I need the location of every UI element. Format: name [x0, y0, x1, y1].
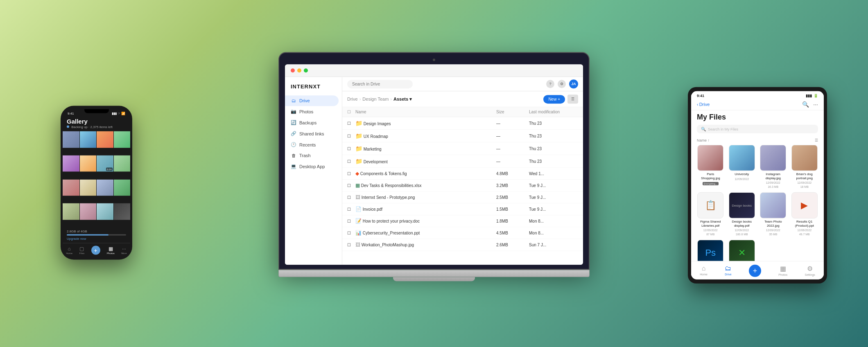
row-modified: Sun 7 J... [529, 243, 578, 247]
sidebar-item-recents[interactable]: 🕐 Recents [285, 139, 342, 150]
table-row[interactable]: ☐ 📝 How to protect your privacy.doc 1.8M… [342, 215, 583, 227]
tablet-content-area: Paris Shopping.jpg Encrypting... Univers… [691, 145, 824, 279]
photo-cell[interactable] [114, 131, 131, 148]
row-name: 📄 Invoice.pdf [355, 206, 496, 212]
file-thumbnail [791, 145, 818, 171]
table-row[interactable]: ☐ 📁 Design Images — Thu 23 [342, 117, 583, 130]
table-row[interactable]: ☐ 🖼 Internxt Send - Prototype.png 2.5MB … [342, 192, 583, 203]
table-row[interactable]: ☐ 📄 Invoice.pdf 1.5MB Tue 9 J... [342, 203, 583, 215]
row-name: 📁 Design Images [355, 120, 496, 126]
table-row[interactable]: ☐ 📁 Development — Thu 23 [342, 155, 583, 168]
tablet-file-header: Name ↑ ☰ [691, 137, 824, 145]
list-item[interactable]: ▶ Results Q1 (Product).ppt 12/06/2022 49… [791, 192, 818, 236]
phone-nav-home[interactable]: ⌂ Home [66, 246, 72, 255]
search-input[interactable] [347, 80, 413, 88]
photo-cell[interactable] [97, 203, 113, 220]
settings-icon[interactable]: ⚙ [558, 80, 566, 88]
search-icon[interactable]: 🔍 [802, 101, 809, 108]
close-button[interactable] [291, 68, 295, 72]
photo-cell[interactable] [114, 179, 131, 196]
photo-cell[interactable] [80, 203, 97, 220]
row-check: ☐ [347, 183, 355, 188]
photo-cell[interactable] [63, 155, 79, 172]
col-modified: Last modification [529, 110, 578, 114]
sidebar-item-backups[interactable]: 🔄 Backups [285, 117, 342, 128]
phone-nav-add[interactable]: + [91, 246, 100, 255]
photo-cell[interactable] [97, 179, 113, 196]
photo-cell[interactable] [114, 203, 131, 220]
list-item[interactable]: Paris Shopping.jpg Encrypting... [697, 145, 724, 188]
help-icon[interactable]: ? [546, 80, 554, 88]
row-size: 1.8MB [496, 219, 529, 223]
title-bar [285, 64, 583, 77]
table-row[interactable]: ☐ 🖼 Workation_PhotoMashup.jpg 2.6MB Sun … [342, 239, 583, 251]
breadcrumb-design-team[interactable]: Design Team [362, 97, 389, 101]
file-date: 12/09/2022 [735, 177, 749, 180]
view-toggle[interactable]: ☰ [815, 138, 818, 142]
battery-icon: 🔋 [814, 94, 818, 98]
list-item[interactable]: University 12/09/2022 [728, 145, 756, 188]
photo-cell[interactable] [63, 179, 79, 196]
search-placeholder: Search in My Files [708, 127, 738, 131]
table-row[interactable]: ☐ 📁 Marketing — Thu 23 [342, 142, 583, 155]
tablet-nav-settings[interactable]: ⚙ Settings [805, 265, 815, 277]
list-item[interactable]: Instagram display.jpg 12/09/2022 16.3 MB [760, 145, 787, 188]
list-item[interactable]: Team Photo 2022.jpg 12/09/2022 35 MB [760, 192, 787, 236]
phone-nav-files[interactable]: ▢ Files [79, 246, 85, 255]
sidebar-label-trash: Trash [299, 153, 311, 158]
view-toggle-icon[interactable]: ☰ [567, 95, 578, 104]
tablet-bottom-nav: ⌂ Home 🗂 Drive + ▦ Photos ⚙ [691, 261, 824, 279]
more-icon[interactable]: ··· [813, 101, 818, 108]
photo-cell[interactable] [80, 179, 97, 196]
tablet-nav-drive[interactable]: 🗂 Drive [725, 265, 731, 277]
tablet-search[interactable]: 🔍 Search in My Files [697, 125, 818, 133]
photo-cell[interactable] [97, 131, 113, 148]
table-row[interactable]: ☐ 📊 Cybersecurity_Presentation.ppt 4.5MB… [342, 227, 583, 239]
phone-time: 9:41 [68, 112, 74, 115]
new-button[interactable]: New + [543, 95, 565, 104]
toolbar: ? ⚙ JA [342, 77, 583, 91]
photo-cell[interactable] [80, 155, 97, 172]
sidebar-item-drive[interactable]: 🗂 Drive [285, 95, 339, 106]
col-name: Name [355, 110, 496, 114]
list-item[interactable]: 📋 Figma Shared Libraries.pdf 12/09/2022 … [697, 192, 724, 236]
phone-nav-more[interactable]: ··· More [121, 246, 127, 255]
back-button[interactable]: ‹ Drive [697, 102, 710, 107]
sidebar-item-shared[interactable]: 🔗 Shared links [285, 128, 342, 139]
photo-cell[interactable]: 0:24 [97, 155, 113, 172]
photo-cell[interactable] [80, 131, 97, 148]
list-item[interactable]: Brian's dog portrait.png 12/09/2022 18 M… [791, 145, 818, 188]
table-row[interactable]: ☐ ◆ Components & Tokens.fig 4.8MB Wed 1.… [342, 168, 583, 180]
sidebar-label-photos: Photos [299, 109, 313, 114]
list-item[interactable]: Design books Design books display.pdf 12… [728, 192, 756, 236]
file-table: ☐ Name Size Last modification ☐ 📁 Design… [342, 107, 583, 265]
tablet-nav-home[interactable]: ⌂ Home [700, 265, 708, 277]
breadcrumb-bar: Drive › Design Team › Assets ▾ New + ☰ [342, 91, 583, 107]
row-name: 📊 Cybersecurity_Presentation.ppt [355, 230, 496, 236]
photo-cell[interactable] [63, 203, 79, 220]
file-name: Brian's dog portrait.png [791, 172, 818, 180]
photo-cell[interactable] [63, 131, 79, 148]
tablet-device: 9:41 ▮▮▮ 🔋 ‹ Drive 🔍 ··· [688, 87, 827, 284]
breadcrumb-sep2: › [390, 97, 392, 101]
tablet-nav-add[interactable]: + [749, 265, 761, 277]
fab-button[interactable]: + [91, 246, 100, 255]
sidebar-item-trash[interactable]: 🗑 Trash [285, 150, 342, 161]
files-label: Files [79, 252, 85, 255]
photo-cell[interactable] [114, 155, 131, 172]
row-size: — [496, 121, 529, 126]
phone-subtitle: Backing up · 2,375 items left [67, 125, 126, 129]
sidebar-item-photos[interactable]: 📷 Photos [285, 106, 342, 117]
tablet-nav-photos[interactable]: ▦ Photos [778, 265, 787, 277]
sidebar-item-desktop[interactable]: 💻 Desktop App [285, 161, 342, 172]
table-row[interactable]: ☐ 📁 UX Roadmap — Thu 23 [342, 130, 583, 142]
table-row[interactable]: ☐ ▦ Dev Tasks & Responsibilities.xlsx 3.… [342, 180, 583, 192]
phone-nav-photos[interactable]: ▦ Photos [107, 246, 115, 255]
tablet-fab-button[interactable]: + [749, 265, 761, 277]
user-avatar[interactable]: JA [569, 79, 578, 88]
upgrade-link[interactable]: Upgrade now [67, 237, 126, 241]
toolbar-right: ? ⚙ JA [546, 79, 578, 88]
breadcrumb-drive[interactable]: Drive [347, 97, 358, 101]
maximize-button[interactable] [304, 68, 308, 72]
minimize-button[interactable] [297, 68, 301, 72]
